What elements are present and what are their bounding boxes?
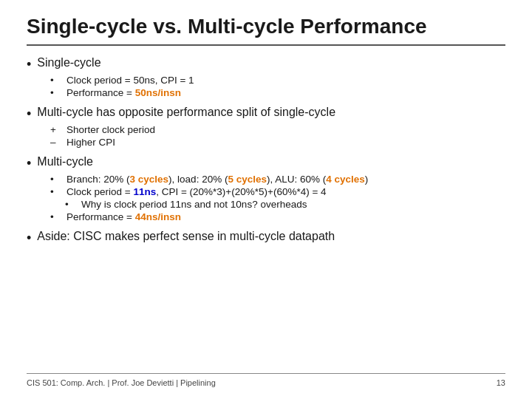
bullet-aside: • Aside: CISC makes perfect sense in mul…	[27, 230, 505, 246]
sub-bullet-perf: • Performance = 50ns/insn	[50, 87, 505, 98]
bullet-multi-intro: • Multi-cycle has opposite performance s…	[27, 106, 505, 122]
sub-bullet-clock: • Clock period = 50ns, CPI = 1	[50, 75, 505, 86]
single-cycle-label: Single-cycle	[37, 56, 100, 69]
clock-value: 11ns	[133, 186, 156, 197]
multi-cycle-label: Multi-cycle	[37, 155, 93, 168]
bullet-dot: •	[27, 57, 31, 72]
multi-intro-label: Multi-cycle has opposite performance spl…	[37, 106, 335, 119]
why-text: Why is clock period 11ns and not 10ns? o…	[81, 199, 307, 210]
sym-plus: +	[50, 124, 61, 135]
footer-right: 13	[497, 378, 505, 387]
sym-b3: •	[50, 211, 61, 222]
clockperiod-text: Clock period = 11ns, CPI = (20%*3)+(20%*…	[66, 186, 327, 197]
slide: Single-cycle vs. Multi-cycle Performance…	[0, 0, 532, 399]
sym-b2: •	[50, 186, 61, 197]
slide-content: • Single-cycle • Clock period = 50ns, CP…	[27, 56, 505, 369]
perf-text: Performance = 50ns/insn	[66, 87, 181, 98]
sym-minus: –	[50, 137, 61, 148]
load-cycles: 5 cycles	[228, 174, 267, 185]
perf2-text: Performance = 44ns/insn	[66, 211, 181, 222]
section-multi-cycle: • Multi-cycle • Branch: 20% (3 cycles), …	[27, 155, 505, 222]
sub-clockperiod: • Clock period = 11ns, CPI = (20%*3)+(20…	[50, 186, 505, 197]
bullet-single-cycle: • Single-cycle	[27, 56, 505, 72]
branch-cycles: 3 cycles	[130, 174, 169, 185]
bullet-dot3: •	[27, 156, 31, 171]
bullet-dot2: •	[27, 106, 31, 122]
footer-left: CIS 501: Comp. Arch. | Prof. Joe Deviett…	[27, 378, 216, 387]
branch-text: Branch: 20% (3 cycles), load: 20% (5 cyc…	[66, 174, 368, 185]
bullet-dot4: •	[27, 231, 31, 246]
slide-title: Single-cycle vs. Multi-cycle Performance	[27, 15, 505, 46]
multi-cycle-subs: • Branch: 20% (3 cycles), load: 20% (5 c…	[50, 174, 505, 222]
aside-label: Aside: CISC makes perfect sense in multi…	[37, 230, 335, 243]
sub-shorter: + Shorter clock period	[50, 124, 505, 135]
perf2-value: 44ns/insn	[135, 211, 181, 222]
perf-value: 50ns/insn	[135, 87, 181, 98]
why-indent: • Why is clock period 11ns and not 10ns?…	[65, 199, 505, 210]
single-cycle-subs: • Clock period = 50ns, CPI = 1 • Perform…	[50, 75, 505, 98]
bullet-multi-cycle: • Multi-cycle	[27, 155, 505, 171]
shorter-text: Shorter clock period	[66, 124, 155, 135]
clock-period-text: Clock period = 50ns, CPI = 1	[66, 75, 194, 86]
higher-text: Higher CPI	[66, 137, 115, 148]
multi-intro-subs: + Shorter clock period – Higher CPI	[50, 124, 505, 148]
sym-bullet: •	[50, 75, 61, 86]
sym-why: •	[65, 199, 75, 210]
section-multi-intro: • Multi-cycle has opposite performance s…	[27, 106, 505, 148]
sub-perf2: • Performance = 44ns/insn	[50, 211, 505, 222]
sub-higher: – Higher CPI	[50, 137, 505, 148]
sym-bullet2: •	[50, 87, 61, 98]
section-aside: • Aside: CISC makes perfect sense in mul…	[27, 230, 505, 246]
sym-b1: •	[50, 174, 61, 185]
section-single-cycle: • Single-cycle • Clock period = 50ns, CP…	[27, 56, 505, 98]
footer: CIS 501: Comp. Arch. | Prof. Joe Deviett…	[27, 373, 505, 387]
sub-why: • Why is clock period 11ns and not 10ns?…	[65, 199, 505, 210]
alu-cycles: 4 cycles	[326, 174, 365, 185]
sub-branch: • Branch: 20% (3 cycles), load: 20% (5 c…	[50, 174, 505, 185]
